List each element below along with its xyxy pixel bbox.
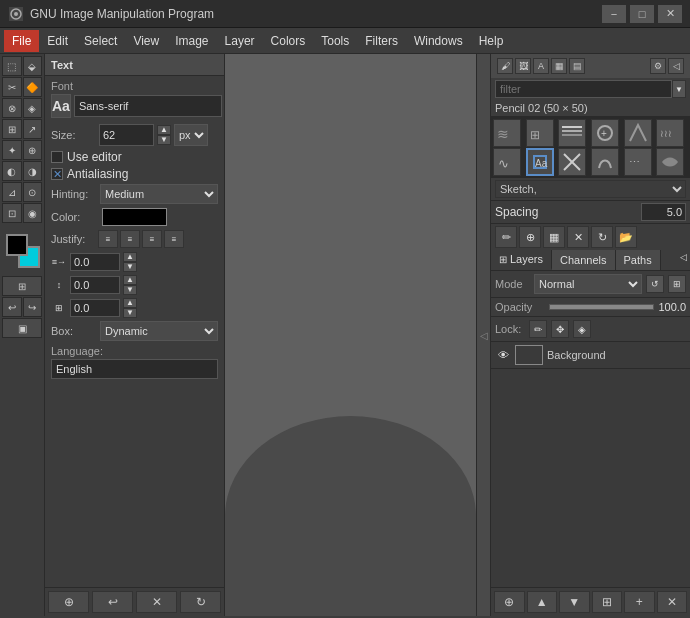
brush-thumb-12[interactable]: [656, 148, 684, 176]
brush-settings-icon[interactable]: ⚙: [650, 58, 666, 74]
tab-channels[interactable]: Channels: [552, 250, 615, 270]
tool-select-rect[interactable]: ⬚: [2, 56, 22, 76]
menu-file[interactable]: File: [4, 30, 39, 52]
brush-refresh-button[interactable]: ↻: [591, 226, 613, 248]
menu-help[interactable]: Help: [471, 30, 512, 52]
delete-button[interactable]: ✕: [136, 591, 177, 613]
foreground-color[interactable]: [6, 234, 28, 256]
delete-layer-button[interactable]: ✕: [657, 591, 688, 613]
undo-button[interactable]: ↩: [92, 591, 133, 613]
brush-thumb-9[interactable]: [558, 148, 586, 176]
lock-move-button[interactable]: ✥: [551, 320, 569, 338]
hinting-select[interactable]: Medium None Slight Full: [100, 184, 218, 204]
tool-eraser[interactable]: ⊡: [2, 203, 22, 223]
tab-paths[interactable]: Paths: [616, 250, 661, 270]
box-select[interactable]: Dynamic Fixed: [100, 321, 218, 341]
brush-img-icon[interactable]: 🖼: [515, 58, 531, 74]
brush-thumb-8[interactable]: Aa: [526, 148, 554, 176]
indent-up-1[interactable]: ▲: [123, 252, 137, 262]
color-swatch[interactable]: [102, 208, 167, 226]
new-layer-button[interactable]: ⊕: [48, 591, 89, 613]
indent-down-1[interactable]: ▼: [123, 262, 137, 272]
close-button[interactable]: ✕: [658, 5, 682, 23]
brush-thumb-3[interactable]: [558, 119, 586, 147]
menu-select[interactable]: Select: [76, 30, 125, 52]
brush-thumb-5[interactable]: [624, 119, 652, 147]
tool-iscissors[interactable]: ⊗: [2, 98, 22, 118]
tool-transform[interactable]: ↗: [23, 119, 43, 139]
justify-left-button[interactable]: ≡: [98, 230, 118, 248]
mode-cycle-button[interactable]: ↺: [646, 275, 664, 293]
font-aa-button[interactable]: Aa: [51, 94, 71, 118]
spacing-input[interactable]: [641, 203, 686, 221]
panel-collapse-icon[interactable]: ◁: [676, 250, 690, 264]
raise-layer-button[interactable]: ▲: [527, 591, 558, 613]
justify-center-button[interactable]: ≡: [120, 230, 140, 248]
brush-thumb-6[interactable]: ≀≀≀: [656, 119, 684, 147]
tool-select-by-color[interactable]: 🔶: [23, 77, 43, 97]
menu-filters[interactable]: Filters: [357, 30, 406, 52]
mode-options-button[interactable]: ⊞: [668, 275, 686, 293]
menu-tools[interactable]: Tools: [313, 30, 357, 52]
use-editor-checkbox[interactable]: [51, 151, 63, 163]
lock-alpha-button[interactable]: ◈: [573, 320, 591, 338]
layer-item-1[interactable]: 👁 Background: [491, 342, 690, 369]
menu-image[interactable]: Image: [167, 30, 216, 52]
brush-duplicate-button[interactable]: ⊕: [519, 226, 541, 248]
indent-up-3[interactable]: ▲: [123, 298, 137, 308]
brush-paint-icon[interactable]: 🖌: [497, 58, 513, 74]
tool-crop[interactable]: ⊞: [2, 119, 22, 139]
duplicate-layer-button[interactable]: ⊞: [592, 591, 623, 613]
justify-right-button[interactable]: ≡: [142, 230, 162, 248]
size-input[interactable]: [99, 124, 154, 146]
brush-thumb-1[interactable]: ≋: [493, 119, 521, 147]
tool-paint[interactable]: ⊙: [23, 182, 43, 202]
layer-visibility-icon[interactable]: 👁: [495, 347, 511, 363]
tool-measure[interactable]: ⊿: [2, 182, 22, 202]
size-down-button[interactable]: ▼: [157, 135, 171, 145]
menu-windows[interactable]: Windows: [406, 30, 471, 52]
tab-layers[interactable]: ⊞ Layers: [491, 250, 552, 270]
brush-pattern-icon[interactable]: ▦: [551, 58, 567, 74]
brush-thumb-4[interactable]: +: [591, 119, 619, 147]
brush-text-icon[interactable]: A: [533, 58, 549, 74]
indent-input-3[interactable]: [70, 299, 120, 317]
tool-redo[interactable]: ↪: [23, 297, 43, 317]
brush-thumb-11[interactable]: ⋯: [624, 148, 652, 176]
indent-down-2[interactable]: ▼: [123, 285, 137, 295]
tool-select-free[interactable]: ⬙: [23, 56, 43, 76]
menu-colors[interactable]: Colors: [263, 30, 314, 52]
indent-input-2[interactable]: [70, 276, 120, 294]
brush-open-button[interactable]: 📂: [615, 226, 637, 248]
sketch-category-select[interactable]: Sketch,: [495, 180, 686, 198]
justify-fill-button[interactable]: ≡: [164, 230, 184, 248]
minimize-button[interactable]: −: [602, 5, 626, 23]
indent-down-3[interactable]: ▼: [123, 308, 137, 318]
tool-heal[interactable]: ✦: [2, 140, 22, 160]
indent-up-2[interactable]: ▲: [123, 275, 137, 285]
add-layer-button[interactable]: +: [624, 591, 655, 613]
size-unit-select[interactable]: px pt: [174, 124, 208, 146]
refresh-button[interactable]: ↻: [180, 591, 221, 613]
menu-edit[interactable]: Edit: [39, 30, 76, 52]
opacity-bar[interactable]: [549, 304, 654, 310]
lock-paint-button[interactable]: ✏: [529, 320, 547, 338]
brush-delete-button[interactable]: ✕: [567, 226, 589, 248]
brush-thumb-7[interactable]: ∿: [493, 148, 521, 176]
brush-thumb-10[interactable]: [591, 148, 619, 176]
filter-input[interactable]: [495, 80, 672, 98]
size-up-button[interactable]: ▲: [157, 125, 171, 135]
indent-input-1[interactable]: [70, 253, 120, 271]
mode-select[interactable]: Normal Multiply Screen: [534, 274, 642, 294]
tool-dodge[interactable]: ◑: [23, 161, 43, 181]
tool-airbrush[interactable]: ◉: [23, 203, 43, 223]
lower-layer-button[interactable]: ▼: [559, 591, 590, 613]
lang-input[interactable]: [51, 359, 218, 379]
collapse-button[interactable]: ◁: [476, 54, 490, 616]
antialiasing-checkbox[interactable]: ✕: [51, 168, 63, 180]
brush-thumb-2[interactable]: ⊞: [526, 119, 554, 147]
brush-edit-button[interactable]: ✏: [495, 226, 517, 248]
tool-extra1[interactable]: ⊞: [2, 276, 42, 296]
filter-dropdown-button[interactable]: ▼: [672, 80, 686, 98]
tool-foreground[interactable]: ◈: [23, 98, 43, 118]
